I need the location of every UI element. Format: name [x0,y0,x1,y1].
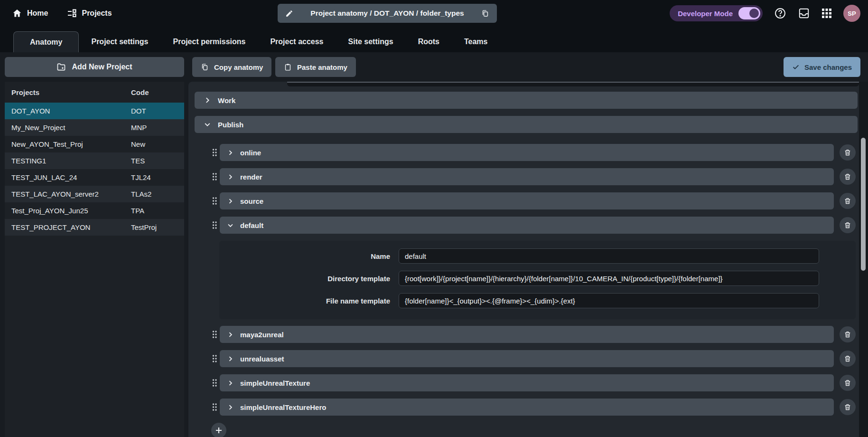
projects-table-header: Projects Code [5,82,184,103]
tab[interactable]: Roots [406,31,452,52]
project-name: My_New_Project [5,124,131,132]
publish-item-line: simpleUnrealTextureHero [211,399,856,416]
publish-children: online render [211,144,856,437]
copy-icon [201,63,209,71]
publish-item[interactable]: source [220,192,834,209]
edit-icon[interactable] [285,10,293,18]
project-name: TEST_PROJECT_AYON [5,223,131,231]
publish-item-line: render [211,168,856,185]
help-button[interactable] [774,7,786,19]
form-field: Directory template [219,271,856,286]
field-label: Directory template [219,275,390,283]
drag-handle[interactable] [211,378,218,388]
trash-icon [844,379,851,387]
breadcrumb[interactable]: Project anatomy / DOT_AYON / folder_type… [278,4,497,23]
delete-button[interactable] [840,193,856,209]
project-row[interactable]: DOT_AYON DOT [5,103,184,119]
copy-anatomy-button[interactable]: Copy anatomy [192,57,271,77]
item-label: maya2unreal [240,331,284,339]
publish-item[interactable]: online [220,144,834,161]
developer-mode-toggle[interactable] [738,7,760,19]
column-code: Code [131,88,184,96]
delete-button[interactable] [840,399,856,415]
delete-button[interactable] [840,326,856,342]
project-row[interactable]: TEST_JUN_LAC_24 TJL24 [5,169,184,186]
project-row[interactable]: Test_Proj_AYON_Jun25 TPA [5,202,184,219]
project-name: New_AYON_Test_Proj [5,140,131,148]
publish-item[interactable]: unrealuasset [220,350,834,367]
project-row[interactable]: TESTING1 TES [5,152,184,169]
add-item-button[interactable] [211,423,226,437]
topbar: Home Projects Project anatomy / DOT_AYON… [0,0,868,27]
publish-item-default[interactable]: default [220,217,834,234]
avatar[interactable]: SP [843,5,860,22]
delete-button[interactable] [840,351,856,367]
project-row[interactable]: New_AYON_Test_Proj New [5,136,184,152]
home-button[interactable]: Home [12,9,48,18]
default-item-form: Name Directory template File name templa… [219,241,856,319]
trash-icon [844,149,851,156]
section-label: Publish [218,121,243,129]
section-work[interactable]: Work [195,92,858,109]
publish-item[interactable]: simpleUnrealTexture [220,374,834,391]
tab[interactable]: Project access [258,31,336,52]
publish-item[interactable]: simpleUnrealTextureHero [220,399,834,416]
apps-button[interactable] [821,8,832,19]
save-changes-button[interactable]: Save changes [784,57,860,77]
project-name: Test_Proj_AYON_Jun25 [5,207,131,215]
chevron-down-icon [204,121,211,128]
item-label: simpleUnrealTexture [240,379,310,387]
tab[interactable]: Project permissions [160,31,258,52]
publish-item-line: simpleUnrealTexture [211,374,856,391]
copy-breadcrumb-icon[interactable] [481,10,489,18]
clipboard-icon [284,63,292,71]
field-input[interactable] [399,271,819,286]
publish-item[interactable]: maya2unreal [220,326,834,343]
trash-icon [844,403,851,411]
drag-handle[interactable] [211,402,218,412]
add-project-button[interactable]: Add New Project [5,57,184,77]
developer-mode-pill[interactable]: Developer Mode [670,5,763,21]
delete-button[interactable] [840,144,856,161]
drag-handle[interactable] [211,220,218,230]
tabs-bar: Anatomy Project settings Project permiss… [0,27,868,52]
project-row[interactable]: TEST_PROJECT_AYON TestProj [5,219,184,236]
drag-handle[interactable] [211,354,218,363]
chevron-right-icon [227,332,233,338]
delete-button[interactable] [840,217,856,233]
delete-button[interactable] [840,375,856,391]
publish-item[interactable]: render [220,168,834,185]
plus-icon [215,427,223,434]
delete-button[interactable] [840,169,856,185]
project-name: TESTING1 [5,157,131,165]
tab[interactable]: Teams [452,31,500,52]
projects-label: Projects [82,9,112,18]
vertical-scrollbar[interactable] [859,82,868,437]
paste-anatomy-button[interactable]: Paste anatomy [275,57,356,77]
drag-handle[interactable] [211,172,218,181]
form-field: Name [219,248,856,264]
project-row[interactable]: My_New_Project MNP [5,119,184,136]
field-input[interactable] [399,248,819,264]
section-publish[interactable]: Publish [195,116,858,133]
tab[interactable]: Site settings [336,31,406,52]
form-field: File name template [219,293,856,308]
tab[interactable]: Anatomy [13,31,79,52]
project-row[interactable]: TEST_LAC_AYON_server2 TLAs2 [5,186,184,202]
chevron-right-icon [227,356,233,362]
drag-handle[interactable] [211,148,218,157]
ayon-project-manager: Home Projects Project anatomy / DOT_AYON… [0,0,868,437]
inbox-button[interactable] [798,7,810,19]
project-code: TLAs2 [131,190,184,198]
project-code: MNP [131,124,184,132]
project-code: TPA [131,207,184,215]
topbar-right: Developer Mode SP [670,0,860,27]
field-input[interactable] [399,293,819,308]
drag-handle[interactable] [211,196,218,206]
drag-handle[interactable] [211,330,218,339]
tab[interactable]: Project settings [79,31,160,52]
chevron-down-icon [227,222,233,228]
scrollbar-thumb[interactable] [861,138,866,271]
projects-button[interactable]: Projects [67,9,112,18]
help-icon [774,7,786,19]
